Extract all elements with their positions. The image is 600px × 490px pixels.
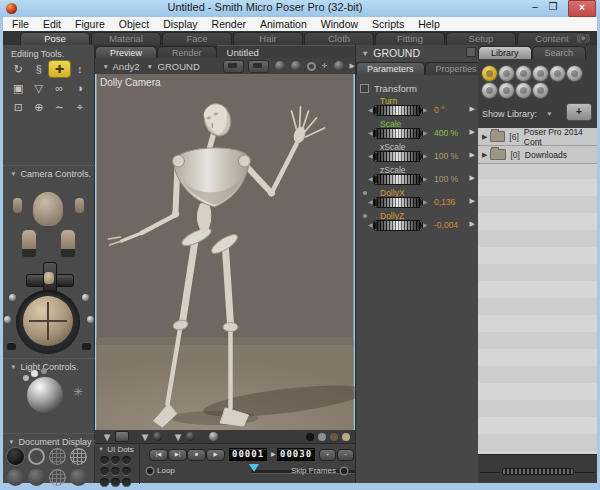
param-value[interactable]: 100 %	[434, 174, 458, 184]
axes-toggle-icon[interactable]: ✛	[322, 62, 328, 70]
collapse-triangle-icon[interactable]: ▼	[362, 49, 369, 57]
room-tab-face[interactable]: Face	[162, 32, 232, 45]
style-silhouette[interactable]	[7, 448, 24, 465]
param-dial[interactable]	[373, 174, 423, 185]
category-expressions-icon[interactable]	[516, 66, 531, 81]
tracking-mode-button[interactable]	[115, 431, 129, 442]
menu-display[interactable]: Display	[156, 18, 204, 30]
tab-preview[interactable]: Preview	[95, 46, 157, 58]
camera-trackball[interactable]	[23, 296, 73, 346]
tool-rotate-icon[interactable]: ↻	[8, 61, 29, 77]
param-value[interactable]: -0,004	[434, 220, 458, 230]
tab-library[interactable]: Library	[478, 46, 532, 59]
room-tab-material[interactable]: Material	[91, 32, 161, 45]
menu-edit[interactable]: Edit	[36, 18, 68, 30]
tab-render[interactable]: Render	[157, 46, 217, 58]
menu-file[interactable]: File	[5, 18, 36, 30]
maximize-button[interactable]: ❐	[544, 0, 562, 15]
category-hands-icon[interactable]	[550, 66, 565, 81]
left-hand-camera-icon[interactable]	[13, 198, 22, 213]
tool-scale-icon[interactable]: ▣	[8, 80, 29, 96]
tool-morphing-icon[interactable]: ∼	[49, 99, 70, 115]
posing-camera-left[interactable]	[22, 230, 36, 257]
light-indicator-2[interactable]	[31, 370, 38, 377]
ui-dot[interactable]	[122, 456, 131, 465]
first-frame-button[interactable]: |◀	[149, 449, 168, 461]
style-flat-lined[interactable]	[49, 469, 66, 486]
param-dial[interactable]	[373, 128, 423, 139]
param-menu-icon[interactable]: ▶	[470, 151, 475, 159]
menu-animation[interactable]: Animation	[253, 18, 314, 30]
ui-dot[interactable]	[111, 467, 120, 476]
room-tab-pose[interactable]: Pose	[20, 32, 90, 45]
add-library-button[interactable]: +	[566, 103, 592, 121]
frame-slider-thumb[interactable]	[249, 464, 259, 472]
tool-twist-icon[interactable]: §	[29, 61, 50, 77]
play-button[interactable]: ▶	[206, 449, 225, 461]
param-menu-icon[interactable]: ▶	[470, 197, 475, 205]
collapse-triangle-icon[interactable]: ▼	[10, 171, 16, 178]
light-indicator-1[interactable]	[23, 375, 29, 381]
tool-chain-break-icon[interactable]: ∞	[49, 80, 70, 96]
dropdown-triangle-icon[interactable]: ▼	[139, 430, 150, 443]
dropdown-triangle-icon[interactable]: ▼	[101, 430, 112, 443]
stop-button[interactable]: ■	[187, 449, 206, 461]
room-switcher-icon[interactable]: ((●))	[577, 33, 589, 43]
param-dial[interactable]	[373, 220, 423, 231]
title-bar[interactable]: Untitled - Smith Micro Poser Pro (32-bit…	[0, 0, 600, 17]
show-library-dropdown-icon[interactable]: ▼	[546, 111, 552, 118]
camera-dot-2[interactable]	[82, 294, 89, 301]
menu-window[interactable]: Window	[314, 18, 365, 30]
tool-view-magnifier-icon[interactable]: ⊕	[29, 99, 50, 115]
section-collapse-box[interactable]	[360, 84, 369, 93]
current-frame-counter[interactable]: 00001	[229, 448, 267, 461]
room-tab-fitting[interactable]: Fitting	[375, 32, 445, 45]
param-value[interactable]: 0 °	[434, 105, 445, 115]
category-poses-icon[interactable]	[499, 66, 514, 81]
color-dot-foreground[interactable]	[306, 433, 314, 441]
ui-dot[interactable]	[111, 478, 120, 487]
menu-render[interactable]: Render	[205, 18, 253, 30]
param-menu-icon[interactable]: ▶	[470, 128, 475, 136]
category-cameras-icon[interactable]	[499, 83, 514, 98]
camera-dot-1[interactable]	[9, 294, 16, 301]
loop-toggle[interactable]	[147, 468, 153, 474]
multi-view-button[interactable]	[248, 60, 269, 73]
room-tab-hair[interactable]: Hair	[233, 32, 303, 45]
category-materials-icon[interactable]	[516, 83, 531, 98]
param-dial[interactable]	[373, 151, 423, 162]
preview-viewport[interactable]: Dolly Camera	[95, 74, 355, 430]
ui-dot[interactable]	[100, 478, 109, 487]
light-brightness-icon[interactable]: ✳	[73, 385, 83, 399]
tab-parameters[interactable]: Parameters	[356, 62, 425, 75]
camera-key-button-right[interactable]	[82, 342, 91, 350]
skip-frames-toggle[interactable]	[341, 468, 347, 474]
category-figures-icon[interactable]	[482, 66, 497, 81]
menu-object[interactable]: Object	[112, 18, 156, 30]
color-dot-shadow[interactable]	[330, 433, 338, 441]
face-camera-control[interactable]	[33, 192, 63, 226]
param-value[interactable]: 400 %	[434, 128, 458, 138]
ui-dot[interactable]	[122, 478, 131, 487]
ground-toggle-icon[interactable]	[307, 62, 316, 71]
category-lights-icon[interactable]	[482, 83, 497, 98]
minimize-button[interactable]: –	[526, 0, 544, 15]
color-dot-ground[interactable]	[342, 433, 350, 441]
highlight-ball-icon[interactable]	[209, 432, 218, 441]
last-frame-button[interactable]: ▶|	[168, 449, 187, 461]
style-wireframe[interactable]	[49, 448, 66, 465]
figure-toggle-icon[interactable]	[334, 61, 344, 71]
param-dial[interactable]	[373, 197, 423, 208]
library-item-poser-content[interactable]: ▶ [6] Poser Pro 2014 Cont	[478, 128, 597, 146]
camera-key-button-left[interactable]	[7, 342, 16, 350]
dropdown-triangle-icon[interactable]: ▼	[172, 430, 183, 443]
tool-color-icon[interactable]: ◑	[70, 80, 91, 96]
collapse-triangle-icon[interactable]: ▼	[8, 439, 14, 446]
category-hair-icon[interactable]	[533, 66, 548, 81]
room-tab-cloth[interactable]: Cloth	[304, 32, 374, 45]
param-menu-icon[interactable]: ▶	[470, 174, 475, 182]
figure-selector[interactable]: ▼ Andy2	[101, 61, 139, 72]
style-flat-shaded[interactable]	[28, 469, 45, 486]
remove-frame-button[interactable]: −	[337, 449, 354, 461]
actor-selector[interactable]: ▼ GROUND	[145, 61, 199, 72]
